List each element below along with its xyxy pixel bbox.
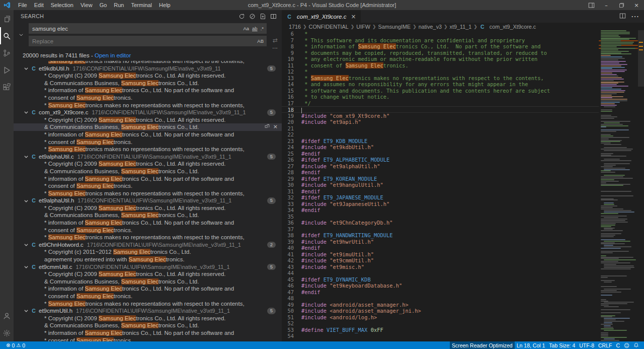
status-ln-18-col-1[interactable]: Ln 18, Col 1 xyxy=(515,341,547,349)
search-result-match[interactable]: * Copyright (c) 2011~2012 Samsung Electr… xyxy=(14,248,282,256)
breadcrumb-item[interactable]: 1716 xyxy=(289,24,301,30)
activity-account[interactable] xyxy=(0,307,14,324)
replace-icon[interactable] xyxy=(265,123,270,131)
search-result-match[interactable]: agreement you entered into with Samsung … xyxy=(14,256,282,263)
minimap[interactable] xyxy=(599,30,638,341)
problems-indicator[interactable]: ⊗ 0 ⚠ 0 xyxy=(4,341,27,349)
activity-source-control[interactable] xyxy=(0,44,14,61)
search-result-match[interactable]: * consent of Samsung Electronics. xyxy=(14,94,282,102)
regex-icon[interactable]: .* xyxy=(260,26,265,32)
activity-search[interactable] xyxy=(0,27,14,44)
breadcrumb-item[interactable]: UIFW xyxy=(356,24,370,30)
search-result-match[interactable]: * information of Samsung Electronics Co.… xyxy=(14,131,282,138)
layout-icon[interactable] xyxy=(584,0,599,10)
search-result-match[interactable]: * Samsung Electronics makes no represent… xyxy=(14,146,282,153)
search-result-match[interactable]: * Samsung Electronics makes no represent… xyxy=(14,61,282,65)
open-in-editor-icon[interactable] xyxy=(269,12,278,21)
dismiss-icon[interactable]: × xyxy=(273,123,278,131)
whole-word-icon[interactable]: ab xyxy=(251,26,259,32)
minimize-icon[interactable]: – xyxy=(599,0,614,10)
menu-edit[interactable]: Edit xyxy=(31,0,47,10)
search-result-match[interactable]: * Samsung Electronics makes no represent… xyxy=(14,102,282,109)
search-result-match[interactable]: & Communications Business, Samsung Elect… xyxy=(14,168,282,175)
new-search-editor-icon[interactable] xyxy=(258,12,267,21)
breadcrumb-item[interactable]: CONFIDENTIAL xyxy=(309,24,349,30)
search-result-file[interactable]: Cet9cmmUtil.h1716\CONFIDENTIAL\UIFW\Sams… xyxy=(14,307,282,315)
activity-extensions[interactable] xyxy=(0,79,14,96)
menu-file[interactable]: File xyxy=(15,0,31,10)
search-result-match[interactable]: * information of Samsung Electronics Co.… xyxy=(14,87,282,94)
search-result-match[interactable]: * consent of Samsung Electronics. xyxy=(14,337,282,341)
breadcrumb-item[interactable]: xt9_11_1 xyxy=(450,24,472,30)
search-result-match[interactable]: * Samsung Electronics makes no represent… xyxy=(14,234,282,241)
chevron-down-icon[interactable] xyxy=(24,154,31,159)
replace-all-icon[interactable]: ⇄ xyxy=(273,37,278,44)
search-result-file[interactable]: Cet9ChnHotword.c1716\CONFIDENTIAL\UIFW\S… xyxy=(14,241,282,249)
toggle-search-details-icon[interactable]: ··· xyxy=(272,46,278,50)
overview-ruler[interactable] xyxy=(638,30,644,341)
chevron-down-icon[interactable] xyxy=(24,198,31,203)
search-result-file[interactable]: Cet9kdbUtil.h1716\CONFIDENTIAL\UIFW\Sams… xyxy=(14,65,282,73)
preserve-case-icon[interactable]: AB xyxy=(256,38,265,44)
search-result-match[interactable]: * Samsung Electronics makes no represent… xyxy=(14,300,282,308)
search-input[interactable] xyxy=(29,23,267,34)
chevron-down-icon[interactable] xyxy=(24,308,31,313)
search-result-match[interactable]: * consent of Samsung Electronics. xyxy=(14,293,282,300)
search-result-file[interactable]: Cet9cmmUtil.c1716\CONFIDENTIAL\UIFW\Sams… xyxy=(14,263,282,271)
search-result-match[interactable]: * Copyright (C) 2009 Samsung Electronics… xyxy=(14,270,282,278)
status-tab-size-4[interactable]: Tab Size: 4 xyxy=(547,341,577,349)
toggle-replace-icon[interactable] xyxy=(19,29,26,40)
activity-explorer[interactable] xyxy=(0,10,14,27)
restore-icon[interactable] xyxy=(614,0,629,10)
search-result-file[interactable]: Cet9alphaUtil.h1716\CONFIDENTIAL\UIFW\Sa… xyxy=(14,197,282,204)
refresh-icon[interactable] xyxy=(237,12,246,21)
search-result-file[interactable]: Cet9alphaUtil.c1716\CONFIDENTIAL\UIFW\Sa… xyxy=(14,153,282,161)
search-result-match[interactable]: * consent of Samsung Electronics. xyxy=(14,138,282,146)
search-result-match[interactable]: * information of Samsung Electronics Co.… xyxy=(14,219,282,227)
search-result-match[interactable]: & Communications Business, Samsung Elect… xyxy=(14,212,282,219)
search-result-match[interactable]: * Copyright (C) 2009 Samsung Electronics… xyxy=(14,160,282,168)
scrollbar-slider[interactable] xyxy=(638,30,644,87)
breadcrumb-item[interactable]: SamsungIME xyxy=(378,24,411,30)
match-case-icon[interactable]: Aa xyxy=(242,26,250,32)
activity-settings[interactable] xyxy=(0,324,14,341)
close-icon[interactable]: × xyxy=(629,0,644,10)
code-editor[interactable]: 6 *7 * This software and its documentati… xyxy=(282,30,599,341)
split-editor-icon[interactable] xyxy=(619,12,626,21)
search-result-match[interactable]: * Copyright (C) 2009 Samsung Electronics… xyxy=(14,72,282,80)
menu-run[interactable]: Run xyxy=(110,0,127,10)
chevron-down-icon[interactable] xyxy=(24,110,31,115)
search-result-match[interactable]: * Copyright (C) 2009 Samsung Electronics… xyxy=(14,204,282,212)
breadcrumb-item[interactable]: native_v3 xyxy=(419,24,442,30)
search-result-match[interactable]: * consent of Samsung Electronics. xyxy=(14,227,282,234)
activity-run-debug[interactable] xyxy=(0,61,14,79)
clear-results-icon[interactable] xyxy=(248,12,257,21)
chevron-down-icon[interactable] xyxy=(24,264,31,269)
more-actions-icon[interactable]: ⋯ xyxy=(631,12,639,21)
tab-com-xt9-xt9core[interactable]: C com_xt9_Xt9core.c × xyxy=(282,10,361,23)
chevron-down-icon[interactable] xyxy=(24,242,31,247)
menu-help[interactable]: Help xyxy=(155,0,174,10)
breadcrumb-file[interactable]: Ccom_xt9_Xt9core.c xyxy=(479,24,536,30)
status-crlf[interactable]: CRLF xyxy=(596,341,614,349)
chevron-down-icon[interactable] xyxy=(24,66,31,71)
menu-terminal[interactable]: Terminal xyxy=(128,0,156,10)
feedback-icon[interactable]: ☺ xyxy=(622,341,631,349)
bell-icon[interactable] xyxy=(631,341,641,349)
search-result-match[interactable]: & Communications Business, Samsung Elect… xyxy=(14,278,282,286)
search-result-match[interactable]: * Copyright (C) 2009 Samsung Electronics… xyxy=(14,116,282,124)
menu-go[interactable]: Go xyxy=(96,0,111,10)
menu-selection[interactable]: Selection xyxy=(47,0,77,10)
status-screen-reader-optimized[interactable]: Screen Reader Optimized xyxy=(450,341,515,349)
search-result-match[interactable]: * Samsung Electronics makes no represent… xyxy=(14,190,282,197)
search-result-match[interactable]: & Communications Business, Samsung Elect… xyxy=(14,123,282,131)
search-result-match[interactable]: & Communications Business, Samsung Elect… xyxy=(14,322,282,329)
search-result-match[interactable]: * Copyright (C) 2009 Samsung Electronics… xyxy=(14,315,282,322)
open-in-editor-link[interactable]: Open in editor xyxy=(95,52,131,58)
status-utf-8[interactable]: UTF-8 xyxy=(577,341,596,349)
menu-view[interactable]: View xyxy=(77,0,96,10)
replace-input[interactable] xyxy=(29,36,267,46)
search-result-match[interactable]: & Communications Business, Samsung Elect… xyxy=(14,80,282,87)
search-result-match[interactable]: * consent of Samsung Electronics. xyxy=(14,182,282,190)
search-result-match[interactable]: * information of Samsung Electronics Co.… xyxy=(14,285,282,293)
